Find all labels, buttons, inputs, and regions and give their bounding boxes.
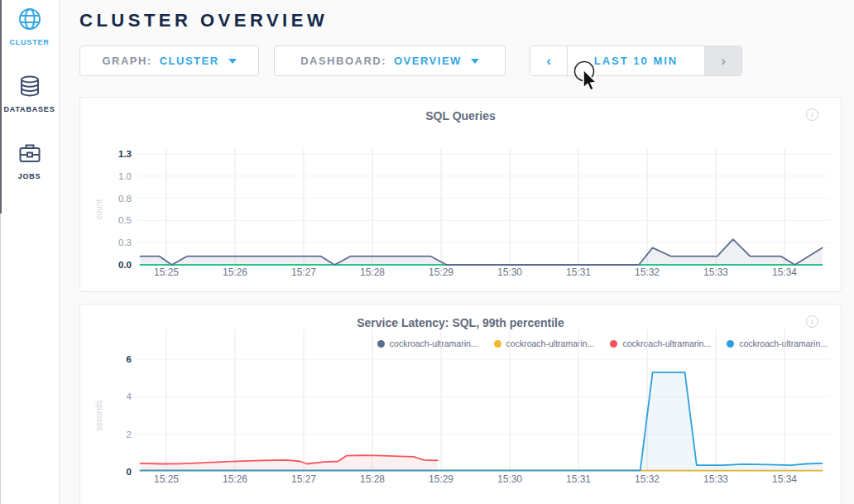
x-tick-label: 15:34 xyxy=(772,266,797,278)
window-left-edge-lower xyxy=(0,214,1,504)
x-tick-label: 15:31 xyxy=(566,473,591,485)
time-window-selector: ‹ LAST 10 MIN › xyxy=(530,46,742,76)
databases-icon xyxy=(17,74,42,98)
controls-row: GRAPH: CLUSTER DASHBOARD: OVERVIEW ‹ LAS… xyxy=(79,46,854,76)
x-tick-label: 15:32 xyxy=(635,473,660,485)
x-tick-label: 15:31 xyxy=(566,266,591,278)
dashboard-dropdown-label: DASHBOARD: xyxy=(300,55,386,67)
graph-dropdown-label: GRAPH: xyxy=(102,55,151,67)
service-latency-chart[interactable]: 024615:2515:2615:2715:2815:2915:3015:311… xyxy=(80,305,841,503)
y-tick-label: 0.5 xyxy=(118,215,132,225)
service-latency-panel: Service Latency: SQL, 99th percentile i … xyxy=(79,304,842,504)
y-tick-label: 1.0 xyxy=(118,171,132,181)
sidebar-item-jobs[interactable]: JOBS xyxy=(0,141,60,180)
sidebar-item-label: DATABASES xyxy=(4,105,55,113)
graph-dropdown[interactable]: GRAPH: CLUSTER xyxy=(79,46,259,76)
time-window-prev-button[interactable]: ‹ xyxy=(530,46,568,75)
series-line-node-blue xyxy=(141,372,823,471)
time-window-current[interactable]: LAST 10 MIN xyxy=(568,46,704,75)
x-tick-label: 15:33 xyxy=(703,473,728,485)
graph-dropdown-value: CLUSTER xyxy=(160,55,219,67)
sidebar-item-cluster[interactable]: CLUSTER xyxy=(0,7,60,46)
sidebar-item-label: JOBS xyxy=(18,172,41,180)
window-left-edge xyxy=(0,0,2,214)
x-tick-label: 15:25 xyxy=(154,266,179,278)
y-axis-unit-label: count xyxy=(94,199,103,220)
x-tick-label: 15:30 xyxy=(497,473,522,485)
y-tick-label: 0 xyxy=(127,467,132,477)
x-tick-label: 15:29 xyxy=(429,473,453,485)
dashboard-dropdown-value: OVERVIEW xyxy=(394,55,462,67)
chevron-down-icon xyxy=(471,59,479,64)
x-tick-label: 15:30 xyxy=(497,266,522,278)
x-tick-label: 15:28 xyxy=(360,266,385,278)
y-tick-label: 6 xyxy=(127,354,132,364)
chevron-down-icon xyxy=(228,59,237,64)
y-tick-label: 0.8 xyxy=(118,194,132,204)
globe-icon xyxy=(17,7,42,31)
sidebar: CLUSTER DATABASES JOBS xyxy=(0,0,60,504)
y-axis-unit-label: seconds xyxy=(94,400,103,430)
time-window-next-button[interactable]: › xyxy=(704,46,741,75)
x-tick-label: 15:27 xyxy=(291,266,316,278)
sql-queries-chart[interactable]: 0.00.30.50.81.01.315:2515:2615:2715:2815… xyxy=(80,98,841,291)
series-area-queries xyxy=(141,239,823,265)
y-tick-label: 0.3 xyxy=(118,238,132,247)
dashboard-dropdown[interactable]: DASHBOARD: OVERVIEW xyxy=(274,46,506,76)
page-title: CLUSTER OVERVIEW xyxy=(79,10,854,31)
x-tick-label: 15:34 xyxy=(772,473,797,485)
main-content: CLUSTER OVERVIEW GRAPH: CLUSTER DASHBOAR… xyxy=(60,0,854,504)
x-tick-label: 15:27 xyxy=(291,473,316,485)
x-tick-label: 15:33 xyxy=(703,266,728,278)
y-tick-label: 0.0 xyxy=(118,260,132,270)
sidebar-item-label: CLUSTER xyxy=(9,38,49,46)
x-tick-label: 15:32 xyxy=(635,266,660,278)
x-tick-label: 15:29 xyxy=(429,266,453,278)
sidebar-item-databases[interactable]: DATABASES xyxy=(0,74,60,113)
x-tick-label: 15:26 xyxy=(223,266,247,278)
x-tick-label: 15:26 xyxy=(223,473,247,485)
briefcase-icon xyxy=(17,141,42,166)
series-area-node-blue xyxy=(141,372,823,472)
x-tick-label: 15:25 xyxy=(154,473,179,485)
x-tick-label: 15:28 xyxy=(360,473,385,485)
y-tick-label: 4 xyxy=(127,391,132,401)
sql-queries-panel: SQL Queries i 0.00.30.50.81.01.315:2515:… xyxy=(79,97,842,292)
y-tick-label: 1.3 xyxy=(118,149,132,159)
y-tick-label: 2 xyxy=(127,430,132,439)
